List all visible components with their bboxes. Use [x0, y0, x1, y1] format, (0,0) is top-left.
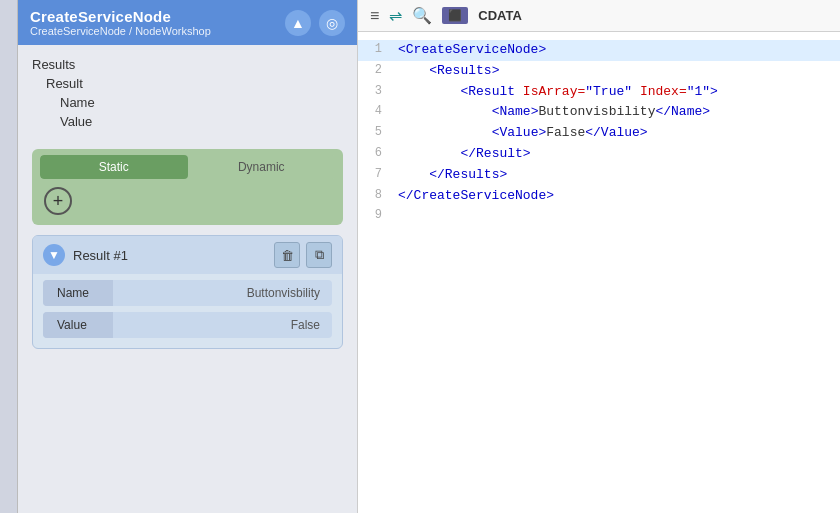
tree-item-result[interactable]: Result — [32, 74, 343, 93]
collapse-panel-button[interactable]: ▲ — [285, 10, 311, 36]
code-line-8: 8 </CreateServiceNode> — [358, 186, 840, 207]
search-icon[interactable]: 🔍 — [412, 6, 432, 25]
panel-header: CreateServiceNode CreateServiceNode / No… — [18, 0, 357, 45]
right-toolbar: ≡ ⇌ 🔍 ⬛ CDATA — [358, 0, 840, 32]
name-field-row: Name Buttonvisbility — [43, 280, 332, 306]
dynamic-toggle-button[interactable]: Dynamic — [188, 155, 336, 179]
cdata-label: CDATA — [478, 8, 522, 23]
code-line-6: 6 </Result> — [358, 144, 840, 165]
xml-value-open: <Value> — [492, 125, 547, 140]
xml-attr-isarray: IsArray= — [523, 84, 585, 99]
name-field-value[interactable]: Buttonvisbility — [113, 280, 332, 306]
value-field-row: Value False — [43, 312, 332, 338]
code-content-7: </Results> — [398, 165, 507, 186]
xml-attr-index: Index= — [632, 84, 687, 99]
xml-close-tag: </CreateServiceNode> — [398, 188, 554, 203]
delete-icon: 🗑 — [281, 248, 294, 263]
line-num-5: 5 — [358, 123, 398, 142]
code-content-8: </CreateServiceNode> — [398, 186, 554, 207]
xml-value-close: </Value> — [585, 125, 647, 140]
line-num-7: 7 — [358, 165, 398, 184]
value-field-label: Value — [43, 312, 113, 338]
result-card-header: ▼ Result #1 🗑 ⧉ — [33, 236, 342, 274]
xml-result-open: <Result — [460, 84, 522, 99]
name-field-label: Name — [43, 280, 113, 306]
copy-icon: ⧉ — [315, 247, 324, 263]
toggle-buttons: Static Dynamic — [40, 155, 335, 179]
value-field-value[interactable]: False — [113, 312, 332, 338]
flow-icon[interactable]: ⇌ — [389, 6, 402, 25]
panel-header-text: CreateServiceNode CreateServiceNode / No… — [30, 8, 211, 37]
code-line-9: 9 — [358, 206, 840, 225]
line-num-2: 2 — [358, 61, 398, 80]
card-actions: 🗑 ⧉ — [274, 242, 332, 268]
tree-item-name[interactable]: Name — [32, 93, 343, 112]
result-collapse-button[interactable]: ▼ — [43, 244, 65, 266]
result-card-title: ▼ Result #1 — [43, 244, 128, 266]
xml-attr-index-val: "1" — [687, 84, 710, 99]
right-panel: ≡ ⇌ 🔍 ⬛ CDATA 1 <CreateServiceNode> 2 <R… — [358, 0, 840, 513]
code-content-3: <Result IsArray="True" Index="1"> — [398, 82, 718, 103]
code-line-5: 5 <Value>False</Value> — [358, 123, 840, 144]
tree-section: Results Result Name Value — [18, 45, 357, 141]
list-icon[interactable]: ≡ — [370, 7, 379, 25]
line-num-3: 3 — [358, 82, 398, 101]
code-line-7: 7 </Results> — [358, 165, 840, 186]
tree-item-value[interactable]: Value — [32, 112, 343, 131]
result-card-label: Result #1 — [73, 248, 128, 263]
add-button[interactable]: + — [44, 187, 72, 215]
code-content-1: <CreateServiceNode> — [398, 40, 546, 61]
code-line-3: 3 <Result IsArray="True" Index="1"> — [358, 82, 840, 103]
extra-panel-button[interactable]: ◎ — [319, 10, 345, 36]
xml-attr-isarray-val: "True" — [585, 84, 632, 99]
left-edge-bar — [0, 0, 18, 513]
code-content-4: <Name>Buttonvisbility</Name> — [398, 102, 710, 123]
code-content-5: <Value>False</Value> — [398, 123, 648, 144]
xml-name-close: </Name> — [655, 104, 710, 119]
toggle-area: Static Dynamic + — [32, 149, 343, 225]
xml-results-open: <Results> — [429, 63, 499, 78]
result-card: ▼ Result #1 🗑 ⧉ Name Buttonvisbility Val… — [32, 235, 343, 349]
code-content-2: <Results> — [398, 61, 499, 82]
line-num-1: 1 — [358, 40, 398, 59]
xml-results-close: </Results> — [429, 167, 507, 182]
code-area: 1 <CreateServiceNode> 2 <Results> 3 <Res… — [358, 32, 840, 513]
cdata-badge: ⬛ — [442, 7, 468, 24]
line-num-8: 8 — [358, 186, 398, 205]
line-num-9: 9 — [358, 206, 398, 225]
line-num-6: 6 — [358, 144, 398, 163]
static-toggle-button[interactable]: Static — [40, 155, 188, 179]
xml-name-open: <Name> — [492, 104, 539, 119]
left-panel: CreateServiceNode CreateServiceNode / No… — [18, 0, 358, 513]
panel-header-title: CreateServiceNode — [30, 8, 211, 25]
panel-header-subtitle: CreateServiceNode / NodeWorkshop — [30, 25, 211, 37]
code-line-2: 2 <Results> — [358, 61, 840, 82]
code-line-4: 4 <Name>Buttonvisbility</Name> — [358, 102, 840, 123]
line-num-4: 4 — [358, 102, 398, 121]
xml-value-text: False — [546, 125, 585, 140]
delete-result-button[interactable]: 🗑 — [274, 242, 300, 268]
xml-result-bracket: > — [710, 84, 718, 99]
code-line-1: 1 <CreateServiceNode> — [358, 40, 840, 61]
copy-result-button[interactable]: ⧉ — [306, 242, 332, 268]
code-content-6: </Result> — [398, 144, 531, 165]
tree-item-results[interactable]: Results — [32, 55, 343, 74]
xml-result-close: </Result> — [460, 146, 530, 161]
xml-open-tag: <CreateServiceNode> — [398, 42, 546, 57]
xml-name-text: Buttonvisbility — [538, 104, 655, 119]
